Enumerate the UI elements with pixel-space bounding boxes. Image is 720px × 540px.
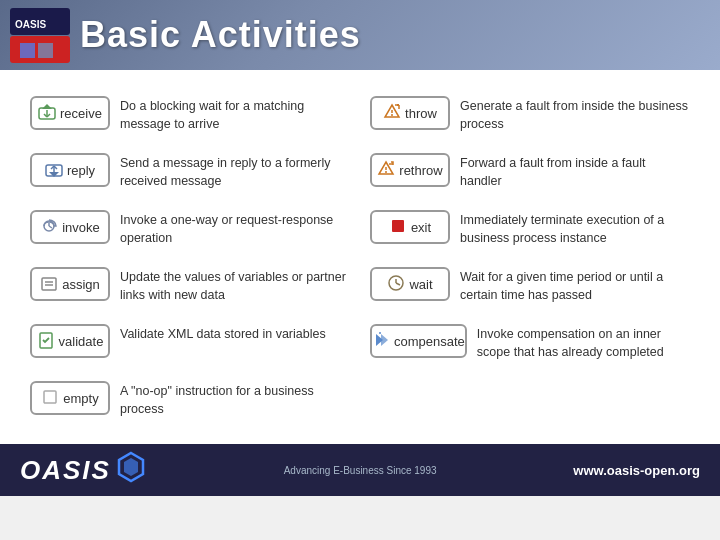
wait-description: Wait for a given time period or until a … bbox=[460, 267, 690, 304]
compensate-icon bbox=[372, 331, 390, 352]
activity-badge-compensate: compensate bbox=[370, 324, 467, 358]
invoke-label: invoke bbox=[62, 220, 100, 235]
activity-row-validate: validate Validate XML data stored in var… bbox=[30, 318, 350, 367]
activity-badge-reply: reply bbox=[30, 153, 110, 187]
wait-label: wait bbox=[409, 277, 432, 292]
compensate-description: Invoke compensation on an inner scope th… bbox=[477, 324, 690, 361]
rethrow-icon bbox=[377, 160, 395, 181]
activity-badge-validate: validate bbox=[30, 324, 110, 358]
activity-badge-assign: assign bbox=[30, 267, 110, 301]
receive-icon bbox=[38, 103, 56, 124]
throw-description: Generate a fault from inside the busines… bbox=[460, 96, 690, 133]
svg-point-12 bbox=[391, 114, 393, 116]
activity-row-reply: reply Send a message in reply to a forme… bbox=[30, 147, 350, 196]
assign-description: Update the values of variables or partne… bbox=[120, 267, 350, 304]
activity-badge-throw: throw bbox=[370, 96, 450, 130]
reply-icon bbox=[45, 160, 63, 181]
svg-point-23 bbox=[385, 171, 387, 173]
activity-row-rethrow: rethrow Forward a fault from inside a fa… bbox=[370, 147, 690, 196]
activity-badge-wait: wait bbox=[370, 267, 450, 301]
svg-rect-39 bbox=[44, 391, 56, 403]
svg-marker-3 bbox=[20, 43, 35, 58]
reply-description: Send a message in reply to a formerly re… bbox=[120, 153, 350, 190]
activity-row-invoke: invoke Invoke a one-way or request-respo… bbox=[30, 204, 350, 253]
wait-icon bbox=[387, 274, 405, 295]
empty-label: empty bbox=[63, 391, 98, 406]
svg-rect-29 bbox=[42, 278, 56, 290]
exit-label: exit bbox=[411, 220, 431, 235]
receive-description: Do a blocking wait for a matching messag… bbox=[120, 96, 350, 133]
invoke-description: Invoke a one-way or request-response ope… bbox=[120, 210, 350, 247]
activity-row-exit: exit Immediately terminate execution of … bbox=[370, 204, 690, 253]
exit-icon bbox=[389, 217, 407, 238]
main-content: receive Do a blocking wait for a matchin… bbox=[0, 70, 720, 444]
svg-text:OASIS: OASIS bbox=[15, 19, 46, 30]
oasis-symbol bbox=[115, 451, 147, 490]
compensate-label: compensate bbox=[394, 334, 465, 349]
assign-label: assign bbox=[62, 277, 100, 292]
svg-line-27 bbox=[49, 226, 52, 228]
reply-label: reply bbox=[67, 163, 95, 178]
rethrow-label: rethrow bbox=[399, 163, 442, 178]
svg-rect-28 bbox=[392, 220, 404, 232]
svg-line-34 bbox=[396, 283, 400, 285]
page-title: Basic Activities bbox=[80, 14, 361, 56]
activity-badge-exit: exit bbox=[370, 210, 450, 244]
activity-badge-invoke: invoke bbox=[30, 210, 110, 244]
activity-badge-receive: receive bbox=[30, 96, 110, 130]
activity-row-throw: throw Generate a fault from inside the b… bbox=[370, 90, 690, 139]
exit-description: Immediately terminate execution of a bus… bbox=[460, 210, 690, 247]
activity-row-assign: assign Update the values of variables or… bbox=[30, 261, 350, 310]
header-logo: OASIS bbox=[10, 8, 70, 63]
invoke-icon bbox=[40, 217, 58, 238]
footer: OASIS Advancing E-Business Since 1993 ww… bbox=[0, 444, 720, 496]
svg-marker-4 bbox=[38, 43, 53, 58]
footer-logo: OASIS bbox=[20, 451, 147, 490]
oasis-brand: OASIS bbox=[20, 455, 111, 486]
rethrow-description: Forward a fault from inside a fault hand… bbox=[460, 153, 690, 190]
footer-tagline: Advancing E-Business Since 1993 bbox=[284, 465, 437, 476]
empty-description: A "no-op" instruction for a business pro… bbox=[120, 381, 350, 418]
validate-icon bbox=[37, 331, 55, 352]
svg-marker-41 bbox=[124, 458, 138, 476]
throw-icon bbox=[383, 103, 401, 124]
activity-row-empty: empty A "no-op" instruction for a busine… bbox=[30, 375, 350, 424]
activity-badge-rethrow: rethrow bbox=[370, 153, 450, 187]
activities-grid: receive Do a blocking wait for a matchin… bbox=[20, 85, 700, 429]
activity-badge-empty: empty bbox=[30, 381, 110, 415]
svg-marker-6 bbox=[42, 104, 52, 109]
activity-row-receive: receive Do a blocking wait for a matchin… bbox=[30, 90, 350, 139]
footer-url: www.oasis-open.org bbox=[573, 463, 700, 478]
header: OASIS Basic Activities bbox=[0, 0, 720, 70]
activity-row-compensate: compensate Invoke compensation on an inn… bbox=[370, 318, 690, 367]
validate-description: Validate XML data stored in variables bbox=[120, 324, 326, 344]
receive-label: receive bbox=[60, 106, 102, 121]
activity-row-wait: wait Wait for a given time period or unt… bbox=[370, 261, 690, 310]
empty-icon bbox=[41, 388, 59, 409]
throw-label: throw bbox=[405, 106, 437, 121]
assign-icon bbox=[40, 274, 58, 295]
validate-label: validate bbox=[59, 334, 104, 349]
